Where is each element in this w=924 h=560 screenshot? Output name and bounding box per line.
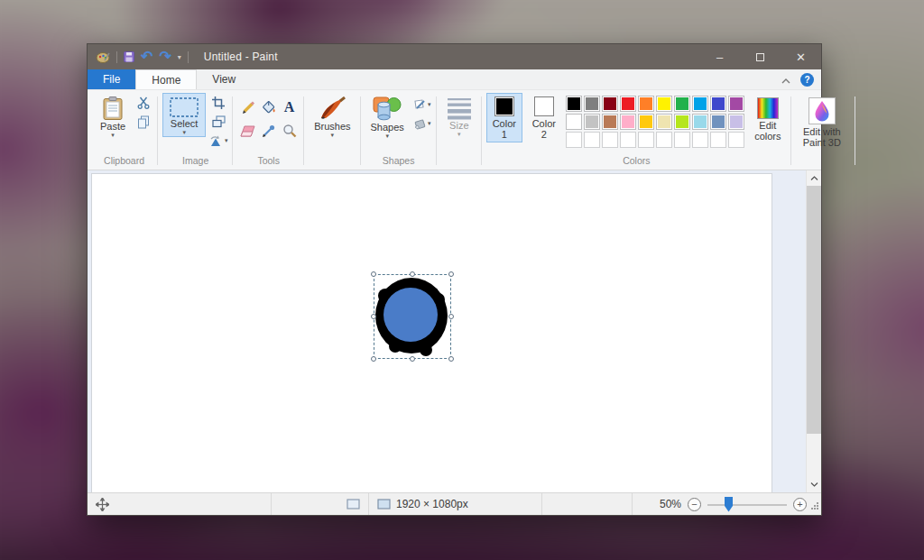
palette-swatch-ffaec9[interactable] (620, 114, 636, 130)
edit-colors-button[interactable]: Edit colors (749, 93, 787, 144)
help-button[interactable]: ? (800, 73, 814, 87)
palette-swatch-c3c3c3[interactable] (584, 114, 600, 130)
palette-swatch-99d9ea[interactable] (692, 114, 708, 130)
status-selection-size (272, 493, 369, 515)
customize-qat-dropdown[interactable]: ▾ (178, 53, 181, 61)
palette-swatch-empty[interactable] (656, 132, 672, 148)
palette-swatch-efe4b0[interactable] (656, 114, 672, 130)
palette-swatch-empty[interactable] (566, 132, 582, 148)
zoom-out-button[interactable]: − (688, 498, 701, 511)
edit-with-paint3d-button[interactable]: Edit with Paint 3D (796, 93, 848, 151)
brushes-button[interactable]: Brushes ▾ (309, 93, 356, 140)
color1-label-line2: 1 (502, 129, 507, 140)
paste-button[interactable]: Paste ▾ (95, 93, 131, 140)
collapse-ribbon-button[interactable] (781, 71, 791, 87)
palette-swatch-ed1c24[interactable] (620, 96, 636, 112)
selection-handle[interactable] (371, 271, 376, 277)
color1-label-line1: Color (493, 118, 516, 129)
palette-swatch-c8bfe7[interactable] (728, 114, 744, 130)
shape-fill-button[interactable]: ▾ (412, 115, 432, 133)
palette-swatch-empty[interactable] (602, 132, 618, 148)
selection-handle[interactable] (448, 356, 454, 362)
palette-swatch-ffffff[interactable] (566, 114, 582, 130)
color1-button[interactable]: Color 1 (486, 93, 522, 142)
eraser-button[interactable] (238, 122, 258, 140)
palette-swatch-3f48cc[interactable] (710, 96, 726, 112)
crop-icon (212, 96, 225, 109)
pencil-button[interactable] (238, 98, 258, 116)
palette-swatch-empty[interactable] (620, 132, 636, 148)
close-button[interactable]: ✕ (781, 44, 821, 69)
selection-handle[interactable] (448, 314, 454, 319)
cut-button[interactable] (134, 94, 153, 112)
palette-swatch-7f7f7f[interactable] (584, 96, 600, 112)
color-palette (566, 93, 745, 149)
zoom-slider-thumb[interactable] (725, 497, 733, 512)
palette-swatch-ffc90e[interactable] (638, 114, 654, 130)
palette-swatch-22b14c[interactable] (674, 96, 690, 112)
selection-handle[interactable] (371, 356, 376, 362)
palette-swatch-b97a57[interactable] (602, 114, 618, 130)
maximize-button[interactable] (740, 44, 781, 69)
text-tool-button[interactable]: A (280, 98, 300, 116)
undo-button[interactable]: ↶ (141, 50, 152, 63)
minimize-button[interactable]: – (699, 44, 740, 69)
palette-swatch-empty[interactable] (710, 132, 726, 148)
vertical-scrollbar[interactable] (806, 170, 821, 492)
tab-view[interactable]: View (197, 69, 251, 89)
crop-button[interactable] (208, 94, 228, 112)
palette-swatch-b5e61d[interactable] (674, 114, 690, 130)
palette-swatch-7092be[interactable] (710, 114, 726, 130)
shape-outline-button[interactable]: ▾ (412, 96, 432, 114)
palette-swatch-880015[interactable] (602, 96, 618, 112)
scroll-down-button[interactable] (807, 477, 821, 492)
select-button[interactable]: Select ▾ (162, 93, 206, 137)
tab-home[interactable]: Home (135, 69, 197, 89)
palette-swatch-empty[interactable] (638, 132, 654, 148)
copy-button[interactable] (134, 113, 153, 131)
color-picker-button[interactable] (259, 122, 279, 140)
size-button[interactable]: Size ▾ (441, 93, 477, 139)
redo-button[interactable]: ↷ (159, 50, 171, 63)
chevron-down-icon (810, 482, 818, 487)
selection-handle[interactable] (410, 356, 415, 362)
fill-bucket-icon (261, 100, 276, 115)
rotate-button[interactable]: ▾ (208, 132, 228, 150)
palette-swatch-a349a4[interactable] (728, 96, 744, 112)
palette-swatch-00a2e8[interactable] (692, 96, 708, 112)
status-cursor-position (88, 493, 272, 515)
outline-pen-icon (413, 98, 427, 111)
zoom-in-button[interactable]: + (793, 498, 807, 511)
palette-swatch-fff200[interactable] (656, 96, 672, 112)
ribbon: Paste ▾ Clipboard Select (88, 90, 821, 170)
window-resize-grip[interactable] (811, 500, 819, 513)
zoom-slider[interactable] (707, 497, 787, 512)
palette-swatch-000000[interactable] (566, 96, 582, 112)
palette-swatch-empty[interactable] (728, 132, 744, 148)
selection-handle[interactable] (448, 271, 454, 277)
size-group-label (441, 155, 477, 170)
palette-swatch-empty[interactable] (692, 132, 708, 148)
selection-handle[interactable] (410, 271, 415, 277)
palette-swatch-empty[interactable] (584, 132, 600, 148)
selection-box[interactable] (374, 274, 451, 359)
scroll-up-button[interactable] (807, 170, 821, 186)
magnifier-button[interactable] (280, 122, 300, 140)
palette-swatch-ff7f27[interactable] (638, 96, 654, 112)
clipboard-icon (103, 96, 123, 121)
scrollbar-thumb[interactable] (807, 186, 821, 434)
save-button[interactable] (124, 51, 134, 62)
color2-button[interactable]: Color 2 (526, 93, 562, 142)
zoom-slider-track (707, 504, 787, 506)
shapes-button[interactable]: Shapes ▾ (365, 93, 410, 141)
group-shapes: Shapes ▾ ▾ ▾ Shapes (361, 92, 437, 170)
selection-handle[interactable] (371, 314, 376, 319)
tab-file[interactable]: File (88, 69, 135, 89)
group-tools: A Tools (233, 92, 304, 170)
fill-with-color-button[interactable] (259, 98, 279, 116)
titlebar[interactable]: ↶ ↷ ▾ Untitled - Paint – ✕ (88, 44, 821, 69)
drawing-canvas[interactable] (91, 173, 772, 492)
palette-swatch-empty[interactable] (674, 132, 690, 148)
resize-button[interactable] (208, 113, 228, 131)
caret-down-icon: ▾ (457, 132, 461, 137)
